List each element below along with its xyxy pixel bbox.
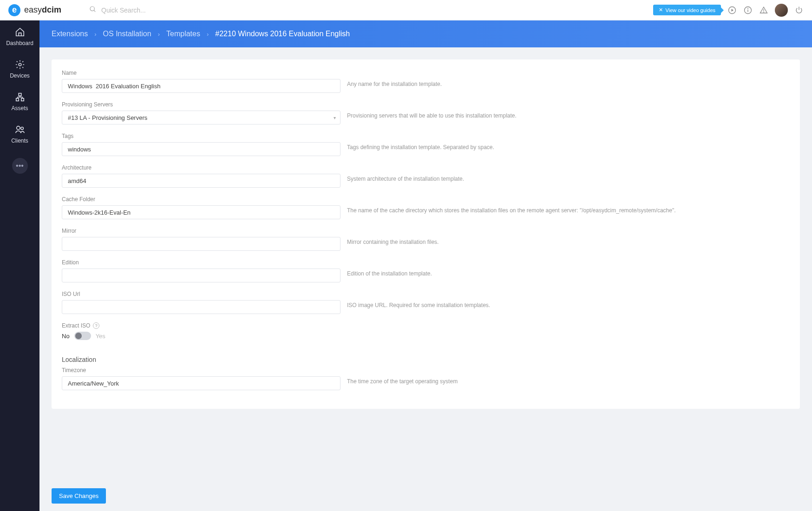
breadcrumb: Extensions › OS Installation › Templates… xyxy=(39,20,812,47)
search-icon xyxy=(89,6,97,15)
tags-label: Tags xyxy=(62,133,341,139)
svg-rect-11 xyxy=(19,93,21,96)
video-guide-button[interactable]: ✕ View our video guides xyxy=(653,5,721,15)
topbar: e easydcim ✕ View our video guides xyxy=(0,0,812,20)
info-icon[interactable] xyxy=(743,6,753,15)
localization-title: Localization xyxy=(52,356,800,363)
content: Name Any name for the installation templ… xyxy=(39,47,812,481)
svg-rect-12 xyxy=(16,98,19,101)
sidebar: Dashboard Devices Assets Clients ••• xyxy=(0,0,39,511)
timezone-input[interactable] xyxy=(62,376,341,390)
assets-icon xyxy=(15,92,25,102)
svg-point-0 xyxy=(90,7,94,11)
help-icon[interactable]: ? xyxy=(93,322,99,329)
mirror-input[interactable] xyxy=(62,237,341,251)
save-button[interactable]: Save Changes xyxy=(52,488,106,504)
arch-help: System architecture of the installation … xyxy=(341,164,790,182)
mirror-help: Mirror containing the installation files… xyxy=(341,228,790,245)
svg-line-1 xyxy=(94,10,95,12)
cache-help: The name of the cache directory which st… xyxy=(341,196,790,214)
arch-label: Architecture xyxy=(62,164,341,171)
extract-toggle[interactable] xyxy=(74,332,91,340)
main: Extensions › OS Installation › Templates… xyxy=(39,0,812,511)
search-input[interactable] xyxy=(101,7,194,14)
cache-input[interactable] xyxy=(62,205,341,219)
footer: Save Changes xyxy=(39,481,812,511)
avatar[interactable] xyxy=(775,4,788,17)
name-input[interactable] xyxy=(62,79,341,93)
name-help: Any name for the installation template. xyxy=(341,70,790,87)
breadcrumb-link[interactable]: Extensions xyxy=(52,30,88,38)
sidebar-item-label: Devices xyxy=(10,72,30,79)
clients-icon xyxy=(15,124,25,135)
sidebar-item-clients[interactable]: Clients xyxy=(0,118,39,151)
svg-rect-13 xyxy=(21,98,24,101)
iso-help: ISO image URL. Required for some install… xyxy=(341,291,790,308)
gear-icon xyxy=(15,59,25,70)
svg-point-19 xyxy=(20,127,23,130)
provisioning-help: Provisioning servers that will be able t… xyxy=(341,101,790,119)
search-wrap xyxy=(89,6,194,15)
svg-point-18 xyxy=(16,126,20,130)
topbar-right: ✕ View our video guides xyxy=(653,4,804,17)
form-panel: Name Any name for the installation templ… xyxy=(52,59,800,409)
timezone-label: Timezone xyxy=(62,367,341,373)
svg-point-10 xyxy=(19,63,21,66)
tags-help: Tags defining the installation template.… xyxy=(341,133,790,151)
breadcrumb-link[interactable]: OS Installation xyxy=(103,30,151,38)
svg-point-8 xyxy=(764,12,764,12)
toggle-yes-label: Yes xyxy=(96,333,105,340)
svg-marker-3 xyxy=(732,9,734,12)
mirror-label: Mirror xyxy=(62,228,341,234)
sidebar-item-devices[interactable]: Devices xyxy=(0,53,39,85)
sidebar-item-label: Assets xyxy=(11,105,28,111)
home-icon xyxy=(15,27,25,37)
arch-input[interactable] xyxy=(62,174,341,188)
edition-input[interactable] xyxy=(62,269,341,282)
sidebar-item-label: Clients xyxy=(11,138,28,144)
sidebar-item-dashboard[interactable]: Dashboard xyxy=(0,20,39,53)
cache-label: Cache Folder xyxy=(62,196,341,203)
logo[interactable]: e easydcim xyxy=(8,4,61,16)
close-icon: ✕ xyxy=(659,7,663,13)
sidebar-item-label: Dashboard xyxy=(6,40,33,46)
power-icon[interactable] xyxy=(794,6,804,15)
svg-point-6 xyxy=(748,8,748,8)
more-icon: ••• xyxy=(16,162,24,170)
name-label: Name xyxy=(62,70,341,76)
logo-text: easydcim xyxy=(24,5,61,15)
chevron-right-icon: › xyxy=(158,31,160,38)
provisioning-label: Provisioning Servers xyxy=(62,101,341,108)
alert-icon[interactable] xyxy=(759,6,768,15)
play-icon[interactable] xyxy=(727,6,737,15)
edition-label: Edition xyxy=(62,259,341,266)
chevron-right-icon: › xyxy=(207,31,209,38)
iso-input[interactable] xyxy=(62,300,341,314)
video-guide-label: View our video guides xyxy=(666,7,715,13)
logo-icon: e xyxy=(8,4,20,16)
chevron-right-icon: › xyxy=(94,31,96,38)
sidebar-more[interactable]: ••• xyxy=(12,158,28,174)
edition-help: Edition of the installation template. xyxy=(341,259,790,277)
breadcrumb-link[interactable]: Templates xyxy=(166,30,200,38)
extract-label: Extract ISO ? xyxy=(62,322,341,329)
sidebar-item-assets[interactable]: Assets xyxy=(0,85,39,118)
toggle-no-label: No xyxy=(62,333,70,340)
provisioning-select[interactable] xyxy=(62,111,341,124)
iso-label: ISO Url xyxy=(62,291,341,297)
timezone-help: The time zone of the target operating sy… xyxy=(341,367,790,385)
tags-input[interactable] xyxy=(62,142,341,156)
breadcrumb-current: #2210 Windows 2016 Evaluation English xyxy=(215,30,350,38)
